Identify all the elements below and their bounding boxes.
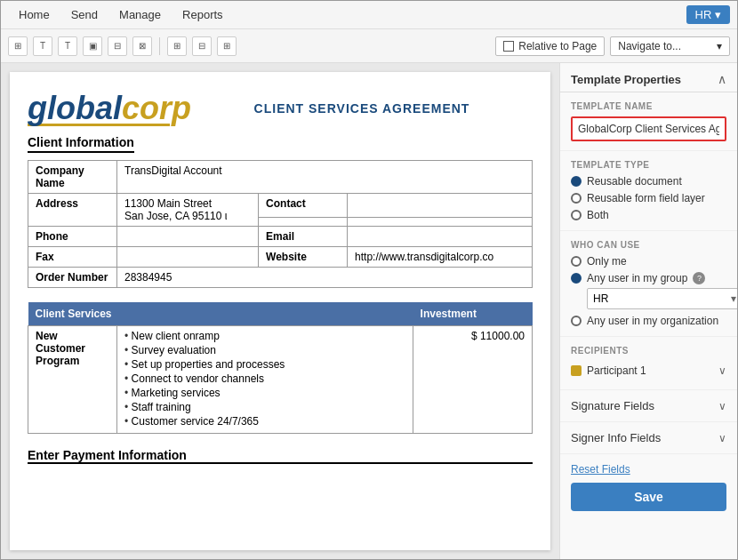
type-reusable-doc[interactable]: Reusable document (571, 175, 726, 188)
radio-filled-icon (571, 176, 582, 187)
menu-send[interactable]: Send (60, 3, 108, 27)
type-form-field[interactable]: Reusable form field layer (571, 192, 726, 204)
address-line2: San Jose, CA 95110 ι (124, 210, 227, 222)
toolbar-icon-5[interactable]: ⊟ (108, 36, 127, 56)
who-any-group[interactable]: Any user in my group ? (571, 272, 726, 284)
services-header-row: Client Services Investment (28, 302, 533, 326)
address-line1: 11300 Main Street (124, 197, 212, 210)
services-header: Client Services (28, 302, 413, 326)
toolbar: ⊞ T T ▣ ⊟ ⊠ ⊞ ⊟ ⊞ Relative to Page Navig… (1, 29, 737, 63)
who-label-2: Any user in my group (587, 272, 687, 284)
logo-text: globalcorp (28, 90, 191, 127)
who-only-me[interactable]: Only me (571, 255, 726, 268)
website-label: Website (259, 247, 348, 268)
template-name-input[interactable] (571, 116, 726, 141)
type-label-2: Reusable form field layer (587, 192, 705, 204)
table-row: Fax Website http://www.transdigitalcorp.… (28, 247, 533, 268)
panel-collapse-button[interactable]: ∧ (718, 72, 726, 86)
template-type-label: TEMPLATE TYPE (571, 160, 726, 170)
main-area: globalcorp CLIENT SERVICES AGREEMENT Cli… (1, 63, 737, 559)
address-label: Address (28, 194, 117, 227)
doc-scroll: globalcorp CLIENT SERVICES AGREEMENT Cli… (1, 63, 559, 559)
document-area[interactable]: globalcorp CLIENT SERVICES AGREEMENT Cli… (1, 63, 559, 559)
navigate-label: Navigate to... (618, 40, 681, 52)
client-info-table: Company Name TransDigital Account Addres… (28, 160, 533, 288)
toolbar-icon-7[interactable]: ⊞ (167, 36, 187, 56)
radio-empty-icon-2 (571, 210, 582, 220)
radio-any-group-icon (571, 273, 582, 284)
template-type-section: TEMPLATE TYPE Reusable document Reusable… (560, 151, 737, 231)
radio-only-me-icon (571, 256, 582, 267)
empty-cell-2 (348, 217, 533, 226)
who-label-3: Any user in my organization (587, 315, 718, 327)
table-row: Order Number 28384945 (28, 268, 533, 288)
save-button[interactable]: Save (571, 483, 726, 511)
toolbar-icon-9[interactable]: ⊞ (217, 36, 237, 56)
program-label: New Customer Program (28, 326, 117, 434)
question-mark-icon: ? (693, 272, 705, 284)
signer-info-label: Signer Info Fields (571, 431, 661, 444)
type-label-1: Reusable document (587, 175, 682, 188)
list-item: New client onramp (124, 330, 405, 342)
logo-header: globalcorp CLIENT SERVICES AGREEMENT (28, 90, 533, 126)
phone-value (117, 227, 259, 247)
toolbar-icon-2[interactable]: T (33, 36, 52, 56)
template-type-radio-group: Reusable document Reusable form field la… (571, 175, 726, 221)
who-can-use-label: WHO CAN USE (571, 240, 726, 250)
enter-payment-title: Enter Payment Information (28, 448, 533, 464)
fax-label: Fax (28, 247, 117, 268)
list-item: Set up properties and processes (124, 358, 405, 371)
reset-fields-link[interactable]: Reset Fields (571, 463, 726, 476)
group-dropdown[interactable]: HR (587, 288, 737, 309)
participant-color-indicator (571, 365, 582, 376)
website-value: http://www.transdigitalcorp.co (348, 247, 533, 268)
app-window: Home Send Manage Reports HR ⊞ T T ▣ ⊟ ⊠ … (0, 0, 738, 560)
menu-manage[interactable]: Manage (108, 3, 172, 27)
contact-value (348, 194, 533, 218)
menu-home[interactable]: Home (8, 3, 60, 27)
who-can-use-section: WHO CAN USE Only me Any user in my group… (560, 231, 737, 337)
who-radio-group: Only me Any user in my group ? (571, 255, 726, 284)
signature-fields-row[interactable]: Signature Fields ∨ (560, 390, 737, 422)
panel-footer: Reset Fields Save (560, 454, 737, 520)
logo-global: global (28, 90, 122, 126)
toolbar-icon-6[interactable]: ⊠ (132, 36, 152, 56)
order-label: Order Number (28, 268, 117, 288)
phone-label: Phone (28, 227, 117, 247)
panel-header: Template Properties ∧ (560, 63, 737, 92)
participant-row[interactable]: Participant 1 ∨ (571, 361, 726, 380)
relative-page-button[interactable]: Relative to Page (495, 36, 605, 56)
email-label: Email (259, 227, 348, 247)
menu-bar: Home Send Manage Reports HR (1, 1, 737, 29)
toolbar-icon-4[interactable]: ▣ (83, 36, 102, 56)
services-list: New client onramp Survey evaluation Set … (124, 330, 405, 428)
menu-reports[interactable]: Reports (172, 3, 234, 27)
address-value: 11300 Main Street San Jose, CA 95110 ι (117, 194, 259, 227)
navigate-dropdown[interactable]: Navigate to... (610, 36, 730, 56)
signer-info-row[interactable]: Signer Info Fields ∨ (560, 422, 737, 454)
investment-header: Investment (413, 302, 533, 326)
who-any-org[interactable]: Any user in my organization (571, 315, 726, 327)
toolbar-icon-8[interactable]: ⊟ (192, 36, 212, 56)
email-value (348, 227, 533, 247)
investment-value: $ 11000.00 (413, 326, 533, 434)
template-name-section: TEMPLATE NAME (560, 92, 737, 151)
list-item: Customer service 24/7/365 (124, 415, 405, 428)
chevron-down-icon: ∨ (718, 364, 726, 377)
signature-chevron-icon: ∨ (718, 400, 726, 412)
hr-user-button[interactable]: HR (686, 5, 730, 24)
template-name-label: TEMPLATE NAME (571, 101, 726, 111)
checkbox-icon (503, 41, 514, 52)
list-item: Survey evaluation (124, 344, 405, 356)
order-value: 28384945 (117, 268, 533, 288)
agreement-title: CLIENT SERVICES AGREEMENT (191, 101, 533, 116)
radio-any-org-icon (571, 316, 582, 326)
client-info-title: Client Information (28, 135, 134, 153)
menu-right: HR (686, 5, 730, 24)
recipients-label: RECIPIENTS (571, 346, 726, 356)
doc-page: globalcorp CLIENT SERVICES AGREEMENT Cli… (10, 72, 550, 550)
signature-fields-label: Signature Fields (571, 399, 654, 412)
toolbar-icon-1[interactable]: ⊞ (8, 36, 28, 56)
type-both[interactable]: Both (571, 209, 726, 221)
toolbar-icon-3[interactable]: T (58, 36, 77, 56)
